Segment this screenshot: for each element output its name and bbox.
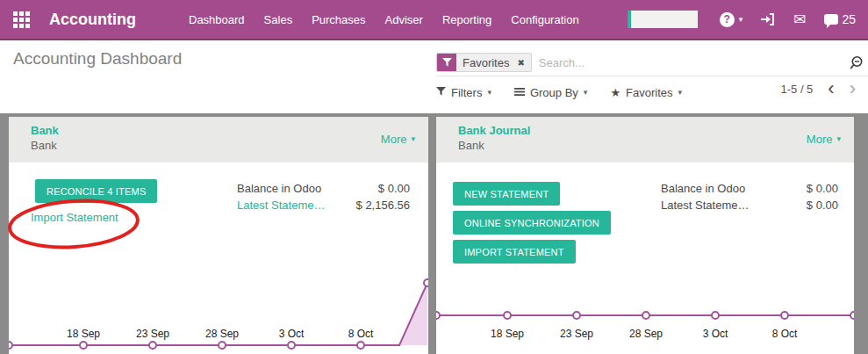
filter-funnel-icon (437, 54, 456, 71)
card-title[interactable]: Bank (31, 124, 415, 137)
control-panel: Accounting Dashboard Favorites ✖ Filters… (0, 40, 868, 113)
group-by-button[interactable]: Group By ▾ (514, 86, 587, 99)
balance-label: Balance in Odoo (237, 180, 321, 197)
help-icon: ? (720, 12, 735, 27)
bars-icon (514, 86, 525, 99)
balance-label: Balance in Odoo (661, 180, 745, 197)
chevron-down-icon: ▾ (584, 89, 588, 97)
info-row: Latest Stateme… $ 2,156.56 (237, 197, 410, 213)
search-icon[interactable] (850, 55, 868, 70)
balance-value: $ 0.00 (807, 180, 838, 197)
bank-journal-card: Bank Journal Bank More ▾ NEW STATEMENT O… (436, 117, 854, 354)
favorites-button[interactable]: ★ Favorites ▾ (610, 86, 682, 99)
card-more-button[interactable]: More ▾ (807, 133, 841, 146)
info-row: Latest Stateme… $ 0.00 (661, 197, 838, 213)
search-input[interactable] (532, 56, 850, 69)
x-axis-label: 23 Sep (126, 328, 179, 340)
card-info: Balance in Odoo $ 0.00 Latest Stateme… $… (661, 180, 838, 213)
balance-value: $ 0.00 (378, 180, 410, 197)
search-options-row: Filters ▾ Group By ▾ ★ Favorites ▾ (436, 83, 682, 102)
more-label: More (381, 133, 407, 146)
import-statement-button[interactable]: IMPORT STATEMENT (453, 240, 576, 264)
app-brand[interactable]: Accounting (49, 11, 136, 29)
messages-envelope-icon[interactable]: ✉ (793, 12, 806, 27)
card-subtitle: Bank (31, 139, 415, 152)
pager: 1-5 / 5 ‹ › (780, 79, 856, 98)
x-axis-label: 18 Sep (57, 328, 110, 340)
pager-next-icon[interactable]: › (850, 79, 856, 98)
online-synchronization-button[interactable]: ONLINE SYNCHRONIZATION (453, 211, 611, 235)
page-title: Accounting Dashboard (13, 49, 182, 69)
main-menu: Dashboard Sales Purchases Adviser Report… (189, 13, 579, 26)
navbar-systray: ? ▾ ✉ 25 (628, 0, 856, 39)
x-axis-label: 28 Sep (196, 328, 248, 340)
menu-adviser[interactable]: Adviser (385, 13, 423, 26)
search-facet-favorites[interactable]: Favorites ✖ (436, 53, 532, 72)
help-menu[interactable]: ? ▾ (720, 12, 743, 27)
menu-purchases[interactable]: Purchases (312, 13, 365, 26)
bank-card: Bank Bank More ▾ RECONCILE 4 ITEMS Impor… (9, 117, 428, 354)
pager-range: 1-5 / 5 (780, 83, 813, 96)
info-row: Balance in Odoo $ 0.00 (237, 180, 410, 197)
x-axis-label: 18 Sep (481, 328, 534, 340)
filter-funnel-icon (436, 86, 446, 99)
x-axis-label: 8 Oct (758, 328, 811, 340)
menu-configuration[interactable]: Configuration (511, 13, 578, 26)
chevron-down-icon: ▾ (739, 16, 743, 24)
search-bar[interactable]: Favorites ✖ (436, 49, 868, 76)
card-info: Balance in Odoo $ 0.00 Latest Stateme… $… (237, 180, 410, 213)
latest-statement-value: $ 0.00 (807, 197, 838, 213)
chevron-down-icon: ▾ (487, 89, 491, 97)
reconcile-items-button[interactable]: RECONCILE 4 ITEMS (35, 179, 157, 203)
chevron-down-icon: ▾ (678, 89, 683, 97)
filters-button[interactable]: Filters ▾ (436, 86, 491, 99)
chevron-down-icon: ▾ (411, 135, 415, 143)
apps-grid-icon[interactable] (13, 11, 30, 28)
filters-label: Filters (451, 86, 482, 99)
sign-in-icon[interactable] (761, 12, 775, 26)
latest-statement-value: $ 2,156.56 (356, 197, 410, 213)
top-navbar: Accounting Dashboard Sales Purchases Adv… (0, 0, 868, 40)
info-row: Balance in Odoo $ 0.00 (661, 180, 838, 197)
facet-label: Favorites (456, 54, 515, 71)
favorites-label: Favorites (626, 86, 672, 99)
latest-statement-link[interactable]: Latest Stateme… (237, 197, 325, 213)
user-menu[interactable] (628, 11, 698, 28)
menu-sales[interactable]: Sales (264, 13, 293, 26)
dashboard-content: Bank Bank More ▾ RECONCILE 4 ITEMS Impor… (0, 113, 868, 354)
group-by-label: Group By (530, 86, 578, 99)
x-axis-label: 3 Oct (265, 328, 318, 340)
import-statement-link[interactable]: Import Statement (31, 211, 118, 224)
discuss-messages-button[interactable]: 25 (824, 12, 856, 26)
chat-bubble-icon (824, 14, 838, 25)
card-more-button[interactable]: More ▾ (381, 133, 415, 146)
card-subtitle: Bank (458, 139, 841, 152)
bank-journal-card-header: Bank Journal Bank More ▾ (436, 117, 854, 163)
messages-count-badge: 25 (842, 12, 856, 26)
chevron-down-icon: ▾ (836, 135, 841, 143)
x-axis-label: 23 Sep (550, 328, 603, 340)
bank-card-header: Bank Bank More ▾ (9, 117, 428, 163)
more-label: More (807, 133, 833, 146)
star-icon: ★ (610, 87, 621, 98)
x-axis-label: 28 Sep (620, 328, 672, 340)
x-axis-label: 3 Oct (689, 328, 742, 340)
card-title[interactable]: Bank Journal (458, 124, 841, 137)
latest-statement-label: Latest Stateme… (661, 197, 749, 213)
menu-dashboard[interactable]: Dashboard (189, 13, 245, 26)
facet-remove-icon[interactable]: ✖ (515, 54, 530, 71)
pager-previous-icon[interactable]: ‹ (828, 79, 834, 98)
new-statement-button[interactable]: NEW STATEMENT (453, 182, 560, 206)
menu-reporting[interactable]: Reporting (442, 13, 491, 26)
x-axis-label: 8 Oct (334, 328, 387, 340)
